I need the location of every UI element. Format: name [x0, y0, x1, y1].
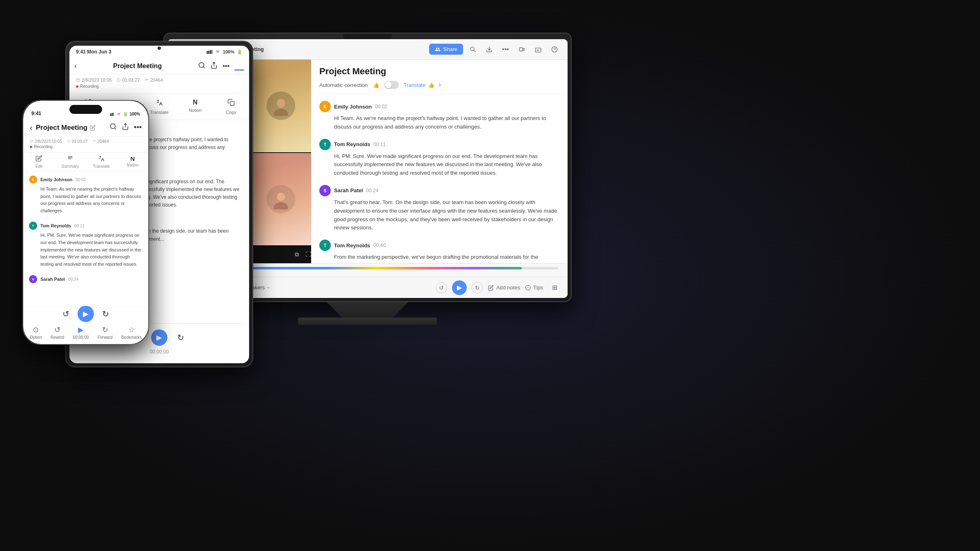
tablet-nav-actions: •••	[198, 62, 244, 71]
phone-play-button[interactable]: ▶	[78, 306, 94, 322]
phone-tool-translate[interactable]: Translate	[86, 155, 117, 169]
transcript-area: Project Meeting Automatic correction 👍 T…	[311, 60, 568, 263]
share-button[interactable]: Share	[429, 44, 463, 55]
phone-tool-summary[interactable]: Summary	[55, 155, 86, 169]
tablet-more-button[interactable]: •••	[223, 62, 229, 71]
svg-rect-38	[30, 140, 33, 143]
phone-messages[interactable]: EEmily Johnson00:02Hi Team. As we're nea…	[23, 171, 148, 286]
bookmark-label: Bookmarks	[121, 335, 142, 340]
tablet-back-button[interactable]: ‹	[74, 62, 77, 70]
forward-label: Forward	[98, 335, 113, 340]
tablet-play-button[interactable]: ▶	[151, 329, 167, 346]
video-cell-3	[250, 153, 311, 246]
more-button[interactable]: •••	[499, 43, 512, 56]
phone-forward-label-button[interactable]: ↻ Forward	[98, 325, 113, 340]
tablet-nav-title: Project Meeting	[82, 62, 193, 70]
tablet-forward-button[interactable]: ↻	[177, 333, 184, 342]
phone-summary-icon	[67, 155, 74, 163]
tablet-date: 2/8/2023 10:05	[76, 78, 111, 82]
phone-duration: 01:03:27	[67, 139, 88, 144]
svg-point-20	[277, 193, 285, 201]
message-text: From the marketing perspective, we've be…	[334, 253, 559, 263]
skip-fwd-ctrl[interactable]: ↻	[472, 282, 483, 293]
message-header: EEmily Johnson00:02	[29, 176, 143, 184]
correction-toggle[interactable]	[384, 81, 399, 89]
timestamp: 00:02	[76, 178, 86, 182]
tablet-export-button[interactable]	[210, 62, 218, 71]
tablet-search-button[interactable]	[198, 62, 205, 71]
rewind-icon: ↺	[54, 325, 60, 334]
tablet-tool-notion[interactable]: N Notion	[177, 97, 213, 116]
message-item: TTom Reynolds00:40From the marketing per…	[319, 240, 559, 263]
pip-button[interactable]: ⧉	[295, 251, 299, 258]
avatar: E	[319, 101, 331, 112]
phone-tool-edit[interactable]: Edit	[23, 155, 55, 169]
phone-meta-row-1: 2/8/2023 10:05 01:03:27 20464	[30, 139, 142, 144]
correction-label: Automatic correction	[319, 82, 368, 88]
message-text: That's great to hear, Tom. On the design…	[334, 198, 559, 232]
phone-more-button[interactable]: •••	[134, 123, 142, 132]
speaker-name: Sarah Patel	[334, 187, 363, 193]
skip-back-ctrl[interactable]: ↺	[436, 282, 447, 293]
svg-rect-29	[76, 79, 80, 82]
tablet-indicator	[234, 69, 244, 71]
download-button[interactable]	[483, 43, 496, 56]
avatar: T	[319, 139, 331, 150]
captions-button[interactable]	[532, 43, 545, 56]
correction-bar: Automatic correction 👍 Translate 👍	[319, 81, 559, 89]
option-label: Option	[30, 335, 42, 340]
layout-button[interactable]: ⊞	[548, 281, 561, 294]
phone-rewind-label-button[interactable]: ↺ Rewind	[51, 325, 64, 340]
phone-player: ↺ ▶ ↻ ⊙ Option ↺ Rewind ▶ 00:00:00	[23, 307, 148, 344]
add-notes-button[interactable]: Add notes	[488, 284, 520, 291]
avatar: E	[29, 176, 37, 184]
phone-forward-button[interactable]: ↻	[102, 309, 109, 319]
message-item: EEmily Johnson00:02Hi Team. As we're nea…	[29, 176, 143, 214]
message-item: TTom Reynolds00:11Hi, PM. Sure. We've ma…	[29, 222, 143, 268]
tablet-battery: 100%	[223, 49, 234, 54]
phone-nav-right: •••	[109, 123, 142, 132]
svg-rect-35	[112, 113, 113, 116]
help-button[interactable]	[548, 43, 561, 56]
recording-badge: Recording	[76, 84, 99, 89]
phone-tool-notion[interactable]: N Notion	[117, 155, 149, 169]
phone-option-button[interactable]: ⊙ Option	[30, 325, 42, 340]
phone-meta-row-2: Recording	[30, 144, 142, 149]
translate-button[interactable]: Translate 👍	[404, 82, 443, 88]
speaker-name: Sarah Patel	[40, 277, 65, 282]
player-time: 00:00:00	[73, 335, 89, 340]
video-cell-2	[250, 60, 311, 152]
option-icon: ⊙	[33, 325, 39, 334]
phone-search-button[interactable]	[109, 123, 117, 132]
copy-icon	[227, 99, 235, 108]
add-notes-label: Add notes	[496, 284, 520, 291]
search-button[interactable]	[466, 43, 479, 56]
phone-bookmark-button[interactable]: ☆ Bookmarks	[121, 325, 142, 340]
phone-time-display-button: ▶ 00:00:00	[73, 325, 89, 340]
transcript-scroll[interactable]: EEmily Johnson00:02Hi Team. As we're nea…	[311, 94, 568, 263]
phone-rewind-button[interactable]: ↺	[62, 309, 69, 319]
tablet-time-display: 00:00:00	[150, 349, 169, 355]
phone-back-button[interactable]: ‹	[30, 123, 33, 132]
phone-tool-summary-label: Summary	[61, 164, 79, 169]
svg-point-21	[274, 202, 288, 209]
phone-screen: 9:41 🔋 100% ‹ Project Meeting	[23, 101, 148, 344]
tips-button[interactable]: Tips	[525, 284, 543, 291]
message-item: SSarah Patel00:24That's great to hear, T…	[29, 275, 143, 286]
timestamp: 00:24	[68, 277, 78, 282]
speaker-name: Emily Johnson	[40, 177, 72, 182]
fullscreen-button[interactable]: ⛶	[305, 251, 311, 258]
bookmark-icon: ☆	[128, 325, 135, 334]
phone-share-button[interactable]	[122, 123, 129, 132]
camera-button[interactable]	[515, 43, 528, 56]
phone-title-area: Project Meeting	[36, 124, 106, 132]
tablet-tool-translate-label: Translate	[150, 110, 168, 115]
svg-rect-33	[110, 113, 111, 116]
message-item: TTom Reynolds00:11Hi, PM. Sure. We've ma…	[319, 139, 559, 178]
tablet-words: 20464	[145, 78, 163, 82]
phone-words: 20464	[93, 139, 109, 144]
tablet-tool-copy[interactable]: Copy	[213, 97, 249, 116]
play-button[interactable]: ▶	[452, 280, 467, 295]
laptop-base	[298, 318, 437, 325]
svg-point-18	[274, 109, 288, 116]
